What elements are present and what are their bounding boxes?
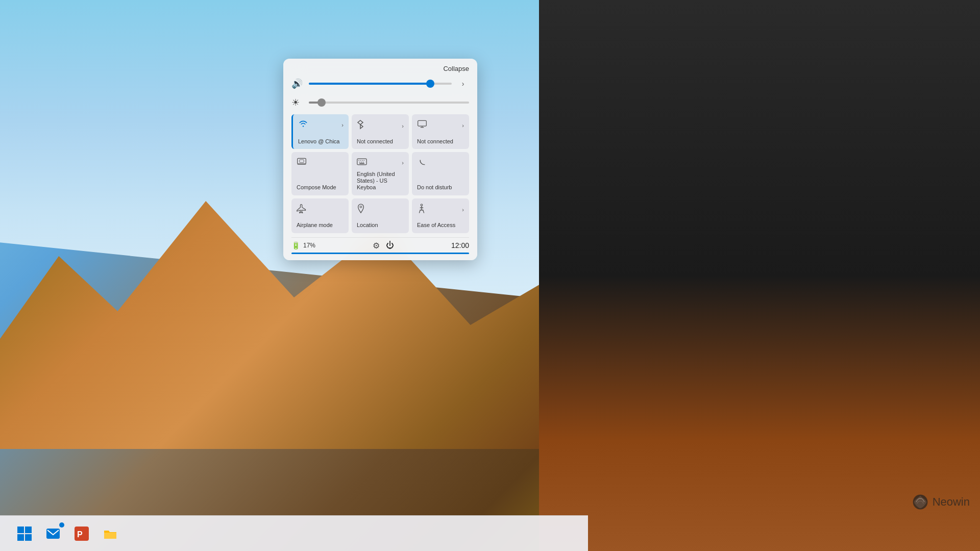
airplane-icon [297, 204, 307, 216]
panel-progress-bar [291, 253, 469, 254]
bluetooth-tile[interactable]: › Not connected [352, 114, 409, 149]
brightness-fill [309, 102, 322, 104]
moon-icon [417, 157, 426, 170]
win-logo-bl [17, 534, 24, 541]
collapse-button[interactable]: Collapse [291, 65, 469, 72]
keyboard-label: English (United States) - US Keyboa [357, 171, 404, 191]
donotdisturb-tile[interactable]: Do not disturb [412, 152, 469, 195]
wifi-arrow[interactable]: › [341, 122, 344, 128]
volume-icon: 🔊 [291, 78, 304, 89]
bluetooth-icon [357, 119, 364, 132]
action-center-panel: Collapse 🔊 › ☀ [283, 59, 477, 260]
panel-bottom-bar: 🔋 17% ⚙ ⏻ 12:00 [291, 237, 469, 251]
display-label: Not connected [417, 138, 464, 145]
settings-icon[interactable]: ⚙ [373, 241, 380, 251]
wifi-icon [298, 119, 308, 130]
neowin-brand-text: Neowin [933, 495, 970, 509]
mail-icon [46, 528, 60, 539]
brightness-icon: ☀ [291, 97, 304, 108]
time-display: 12:00 [451, 241, 469, 249]
compose-tile[interactable]: Compose Mode [291, 152, 349, 195]
display-arrow[interactable]: › [462, 122, 464, 129]
win-logo-tr [25, 527, 32, 533]
windows-logo [17, 527, 32, 541]
volume-fill [309, 83, 430, 85]
taskbar: P [0, 515, 588, 551]
bluetooth-tile-header: › [357, 119, 404, 132]
ease-of-access-tile-header: › [417, 204, 464, 216]
svg-text:P: P [77, 530, 83, 539]
keyboard-arrow[interactable]: › [402, 160, 404, 166]
display-icon [417, 119, 427, 131]
brightness-thumb[interactable] [317, 98, 326, 107]
win-logo-br [25, 534, 32, 541]
quick-action-grid: › Lenovo @ Chica › Not connected [291, 114, 469, 233]
keyboard-tile[interactable]: › English (United States) - US Keyboa [352, 152, 409, 195]
neowin-logo-icon [912, 494, 928, 510]
wifi-tile[interactable]: › Lenovo @ Chica [291, 114, 349, 149]
brightness-track[interactable] [309, 102, 469, 104]
donotdisturb-tile-header [417, 157, 464, 170]
battery-icon: 🔋 [291, 241, 300, 249]
mail-badge [59, 522, 64, 528]
bluetooth-arrow[interactable]: › [402, 123, 404, 129]
svg-point-15 [360, 206, 362, 208]
power-icon[interactable]: ⏻ [386, 241, 394, 250]
compose-tile-header [297, 157, 344, 169]
airplane-tile[interactable]: Airplane mode [291, 198, 349, 233]
location-label: Location [357, 222, 404, 229]
collapse-label: Collapse [443, 65, 469, 72]
device-bezel [539, 0, 980, 551]
airplane-label: Airplane mode [297, 222, 344, 229]
location-tile[interactable]: Location [352, 198, 409, 233]
powerpoint-icon: P [75, 527, 89, 541]
battery-percent: 17% [303, 242, 315, 249]
volume-thumb[interactable] [426, 80, 434, 88]
donotdisturb-label: Do not disturb [417, 184, 464, 191]
file-explorer-icon [103, 528, 117, 540]
compose-label: Compose Mode [297, 184, 344, 191]
volume-row: 🔊 › [291, 77, 469, 91]
wifi-tile-header: › [298, 119, 344, 130]
keyboard-tile-header: › [357, 157, 404, 168]
powerpoint-taskbar-icon[interactable]: P [72, 524, 91, 543]
location-icon [357, 204, 365, 216]
ease-of-access-tile[interactable]: › Ease of Access [412, 198, 469, 233]
keyboard-icon [357, 157, 367, 168]
volume-track[interactable] [309, 83, 452, 85]
bluetooth-label: Not connected [357, 138, 404, 145]
svg-point-16 [421, 204, 423, 206]
airplane-tile-header [297, 204, 344, 216]
neowin-watermark: Neowin [912, 494, 970, 510]
ease-of-access-arrow[interactable]: › [462, 207, 464, 213]
wifi-label: Lenovo @ Chica [298, 138, 344, 145]
display-tile[interactable]: › Not connected [412, 114, 469, 149]
compose-icon [297, 157, 307, 169]
file-explorer-taskbar-icon[interactable] [101, 524, 119, 543]
svg-rect-3 [298, 158, 306, 164]
accessibility-icon [417, 204, 426, 216]
ease-of-access-label: Ease of Access [417, 222, 464, 229]
brightness-row: ☀ [291, 96, 469, 109]
volume-arrow[interactable]: › [457, 78, 469, 90]
windows-start-button[interactable] [15, 524, 34, 543]
display-tile-header: › [417, 119, 464, 131]
svg-rect-5 [300, 160, 304, 163]
location-tile-header [357, 204, 404, 216]
svg-rect-17 [46, 529, 60, 539]
win-logo-tl [17, 527, 24, 533]
svg-rect-0 [418, 120, 427, 126]
battery-info: 🔋 17% [291, 241, 315, 249]
panel-bottom-icons: ⚙ ⏻ [373, 241, 394, 251]
mail-taskbar-icon[interactable] [44, 524, 62, 543]
